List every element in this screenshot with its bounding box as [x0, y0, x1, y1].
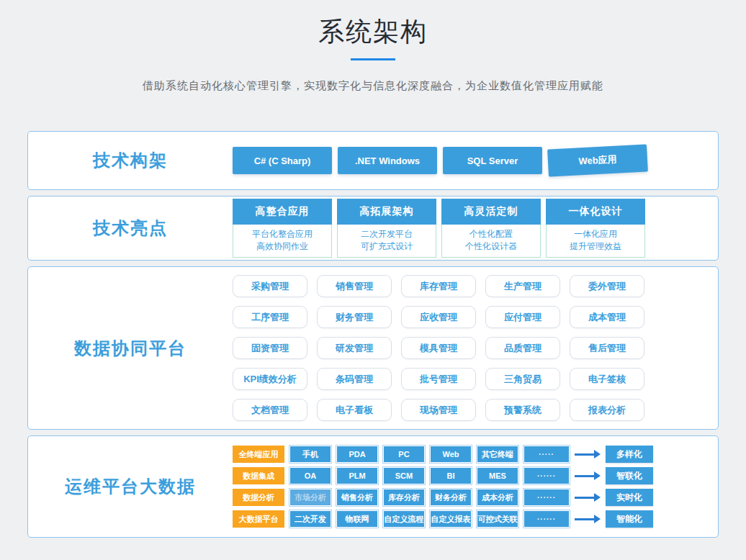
- ops-row-integration: 数据集成 OA PLM SCM BI MES ······ 智联化: [233, 467, 653, 484]
- ops-chip-more[interactable]: ······: [523, 489, 570, 506]
- tech-framework-label: 技术构架: [28, 149, 233, 172]
- ops-chip-custom-flow[interactable]: 自定义流程: [383, 510, 425, 528]
- ops-chip-cost-analysis[interactable]: 成本分析: [477, 489, 518, 506]
- ops-result-interconnected[interactable]: 智联化: [606, 467, 653, 484]
- ops-chip-more[interactable]: ······: [523, 467, 570, 484]
- highlight-card-line: 一体化应用: [547, 228, 644, 240]
- ops-chip-more[interactable]: ·····: [523, 446, 570, 463]
- module-button-after-sales[interactable]: 售后管理: [570, 337, 644, 359]
- highlight-cards: 高整合应用 平台化整合应用 高效协同作业 高拓展架构 二次开发平台 可扩充式设计…: [233, 199, 645, 258]
- ops-chip-inventory-analysis[interactable]: 库存分析: [383, 489, 425, 506]
- module-button-cost[interactable]: 成本管理: [570, 306, 644, 328]
- highlight-card-title: 一体化设计: [546, 199, 645, 225]
- highlight-card-line: 可扩充式设计: [338, 240, 436, 253]
- ops-category-bigdata-platform[interactable]: 大数据平台: [233, 510, 284, 528]
- ops-chip-mobile[interactable]: 手机: [289, 446, 331, 463]
- module-grid: 采购管理 销售管理 库存管理 生产管理 委外管理 工序管理 财务管理 应收管理 …: [233, 275, 644, 421]
- ops-chip-controllable-link[interactable]: 可控式关联: [477, 510, 518, 528]
- ops-chip-iot[interactable]: 物联网: [336, 510, 378, 528]
- ops-chip-secondary-dev[interactable]: 二次开发: [289, 510, 331, 528]
- highlight-card-line: 平台化整合应用: [233, 228, 331, 240]
- tech-framework-buttons: C# (C Sharp) .NET Windows SQL Server Web…: [233, 147, 647, 174]
- right-arrow-icon: [575, 450, 601, 459]
- ops-result-diversified[interactable]: 多样化: [606, 446, 653, 463]
- ops-chip-finance-analysis[interactable]: 财务分析: [430, 489, 472, 506]
- module-button-inventory[interactable]: 库存管理: [401, 275, 476, 297]
- ops-chip-scm[interactable]: SCM: [383, 467, 425, 484]
- page-title: 系统架构: [0, 0, 746, 50]
- tech-button-csharp[interactable]: C# (C Sharp): [233, 147, 332, 174]
- module-button-fixed-assets[interactable]: 固资管理: [233, 337, 307, 359]
- highlight-card-title: 高灵活定制: [441, 199, 541, 225]
- ops-row-bigdata-platform: 大数据平台 二次开发 物联网 自定义流程 自定义报表 可控式关联 ······ …: [233, 510, 653, 528]
- tech-button-dotnet-windows[interactable]: .NET Windows: [338, 147, 437, 174]
- section-data-platform: 数据协同平台 采购管理 销售管理 库存管理 生产管理 委外管理 工序管理 财务管…: [27, 266, 719, 430]
- highlight-card-title: 高拓展架构: [337, 199, 436, 225]
- title-underline: [351, 58, 395, 60]
- ops-category-data-analysis[interactable]: 数据分析: [233, 489, 284, 506]
- highlight-card-title: 高整合应用: [233, 199, 332, 225]
- right-arrow-icon: [575, 515, 601, 523]
- module-button-quality[interactable]: 品质管理: [485, 337, 560, 359]
- ops-category-data-integration[interactable]: 数据集成: [233, 467, 284, 484]
- module-button-outsourcing[interactable]: 委外管理: [570, 275, 644, 297]
- module-button-kpi[interactable]: KPI绩效分析: [233, 368, 307, 390]
- module-button-report-analysis[interactable]: 报表分析: [570, 399, 644, 421]
- tech-button-sql-server[interactable]: SQL Server: [443, 147, 542, 174]
- tech-button-web-app[interactable]: Web应用: [547, 144, 648, 176]
- ops-category-all-terminals[interactable]: 全终端应用: [233, 446, 284, 463]
- highlight-card-body: 平台化整合应用 高效协同作业: [233, 225, 332, 258]
- module-button-alert-system[interactable]: 预警系统: [485, 399, 560, 421]
- module-button-triangle-trade[interactable]: 三角贸易: [485, 368, 560, 390]
- ops-row-terminals: 全终端应用 手机 PDA PC Web 其它终端 ····· 多样化: [233, 446, 653, 463]
- ops-chip-bi[interactable]: BI: [430, 467, 472, 484]
- ops-chip-more[interactable]: ······: [523, 510, 570, 528]
- ops-result-intelligent[interactable]: 智能化: [606, 510, 653, 528]
- highlight-card-all-in-one: 一体化设计 一体化应用 提升管理效益: [546, 199, 645, 258]
- module-button-production[interactable]: 生产管理: [485, 275, 560, 297]
- ops-chip-web[interactable]: Web: [430, 446, 472, 463]
- module-button-rnd[interactable]: 研发管理: [317, 337, 392, 359]
- ops-bigdata-label: 运维平台大数据: [28, 475, 233, 498]
- ops-chip-mes[interactable]: MES: [477, 467, 518, 484]
- module-button-e-signature[interactable]: 电子签核: [570, 368, 644, 390]
- highlight-card-line: 高效协同作业: [233, 240, 331, 253]
- highlight-card-line: 二次开发平台: [338, 228, 436, 240]
- module-button-mold[interactable]: 模具管理: [401, 337, 476, 359]
- right-arrow-icon: [575, 471, 601, 480]
- module-button-document[interactable]: 文档管理: [233, 399, 307, 421]
- module-button-finance[interactable]: 财务管理: [317, 306, 392, 328]
- module-button-e-board[interactable]: 电子看板: [317, 399, 392, 421]
- ops-chip-pda[interactable]: PDA: [336, 446, 378, 463]
- ops-chip-pc[interactable]: PC: [383, 446, 425, 463]
- highlight-card-integration: 高整合应用 平台化整合应用 高效协同作业: [233, 199, 332, 258]
- tech-highlights-label: 技术亮点: [28, 217, 233, 240]
- ops-chip-market-analysis[interactable]: 市场分析: [289, 489, 331, 506]
- ops-chip-plm[interactable]: PLM: [336, 467, 378, 484]
- module-button-barcode[interactable]: 条码管理: [317, 368, 392, 390]
- ops-chip-other-terminals[interactable]: 其它终端: [477, 446, 518, 463]
- section-ops-bigdata: 运维平台大数据 全终端应用 手机 PDA PC Web 其它终端 ····· 多…: [27, 435, 719, 538]
- page-subtitle: 借助系统自动化核心管理引擎，实现数字化与信息化深度融合，为企业数值化管理应用赋能: [0, 79, 746, 93]
- module-button-process[interactable]: 工序管理: [233, 306, 307, 328]
- ops-rows: 全终端应用 手机 PDA PC Web 其它终端 ····· 多样化 数据集成 …: [233, 446, 653, 528]
- module-button-sales[interactable]: 销售管理: [317, 275, 392, 297]
- highlight-card-line: 个性化配置: [442, 228, 540, 240]
- module-button-payable[interactable]: 应付管理: [485, 306, 560, 328]
- module-button-batch[interactable]: 批号管理: [401, 368, 476, 390]
- module-button-purchase[interactable]: 采购管理: [233, 275, 307, 297]
- data-platform-label: 数据协同平台: [28, 337, 233, 360]
- highlight-card-flexibility: 高灵活定制 个性化配置 个性化设计器: [441, 199, 541, 258]
- ops-chip-custom-report[interactable]: 自定义报表: [430, 510, 472, 528]
- sections-container: 技术构架 C# (C Sharp) .NET Windows SQL Serve…: [27, 131, 719, 538]
- ops-chip-sales-analysis[interactable]: 销售分析: [336, 489, 378, 506]
- ops-result-realtime[interactable]: 实时化: [606, 489, 653, 506]
- ops-chip-oa[interactable]: OA: [289, 467, 331, 484]
- highlight-card-extensibility: 高拓展架构 二次开发平台 可扩充式设计: [337, 199, 436, 258]
- highlight-card-body: 二次开发平台 可扩充式设计: [337, 225, 436, 258]
- module-button-shopfloor[interactable]: 现场管理: [401, 399, 476, 421]
- section-tech-framework: 技术构架 C# (C Sharp) .NET Windows SQL Serve…: [27, 131, 719, 190]
- highlight-card-body: 一体化应用 提升管理效益: [546, 225, 645, 258]
- ops-row-analysis: 数据分析 市场分析 销售分析 库存分析 财务分析 成本分析 ······ 实时化: [233, 489, 653, 506]
- module-button-receivable[interactable]: 应收管理: [401, 306, 476, 328]
